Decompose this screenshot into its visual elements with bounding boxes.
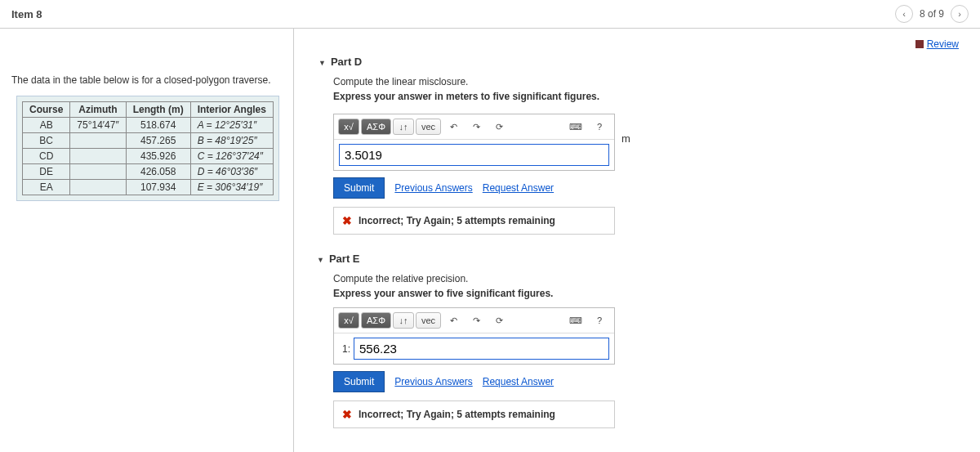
vec-button[interactable]: vec [416, 312, 441, 329]
topbar: Item 8 ‹ 8 of 9 › [0, 0, 980, 29]
problem-pane: The data in the table below is for a clo… [0, 29, 294, 452]
greek-button[interactable]: ΑΣΦ [361, 119, 391, 135]
cell-length: 457.265 [126, 133, 190, 149]
part-e-prompt1: Compute the relative precision. [333, 273, 967, 284]
answer-pane: Review Part D Compute the linear misclos… [294, 29, 980, 452]
x-icon: ✖ [342, 408, 352, 421]
undo-button[interactable]: ↶ [443, 313, 464, 329]
cell-length: 107.934 [126, 180, 190, 195]
cell-angle: C = 126°37′24″ [190, 149, 273, 164]
greek-button[interactable]: ΑΣΦ [361, 312, 391, 329]
part-d-prompt2: Express your answer in meters to five si… [333, 91, 967, 102]
cell-course: BC [23, 133, 70, 149]
table-row: DE426.058D = 46°03′36″ [23, 164, 274, 180]
sort-button[interactable]: ↓↑ [393, 312, 414, 329]
x-icon: ✖ [342, 214, 352, 227]
part-e-title: Part E [329, 253, 360, 265]
undo-button[interactable]: ↶ [443, 119, 464, 135]
caret-icon [317, 253, 324, 265]
part-d-prompt1: Compute the linear misclosure. [333, 76, 967, 87]
part-d-submit-button[interactable]: Submit [333, 177, 385, 199]
part-e-prompt2: Express your answer to five significant … [333, 288, 967, 299]
col-course: Course [23, 102, 70, 118]
part-e-feedback: ✖ Incorrect; Try Again; 5 attempts remai… [333, 401, 615, 428]
cell-course: EA [23, 180, 70, 195]
cell-length: 518.674 [126, 118, 190, 133]
keyboard-button[interactable]: ⌨ [564, 313, 587, 329]
part-d-feedback-text: Incorrect; Try Again; 5 attempts remaini… [359, 215, 555, 226]
item-label: Item 8 [11, 8, 42, 20]
part-d-prev-answers-link[interactable]: Previous Answers [394, 182, 472, 194]
part-e-tool-wrap: x√ ΑΣΦ ↓↑ vec ↶ ↷ ⟳ ⌨ ? 1: [333, 307, 615, 365]
col-angles: Interior Angles [190, 102, 273, 118]
part-d-header[interactable]: Part D [318, 56, 967, 68]
review-link[interactable]: Review [915, 38, 959, 50]
next-button[interactable]: › [951, 5, 969, 23]
review-label: Review [927, 38, 959, 50]
part-e-feedback-text: Incorrect; Try Again; 5 attempts remaini… [359, 409, 555, 420]
part-d-title: Part D [331, 56, 362, 68]
cell-course: DE [23, 164, 70, 180]
reset-button[interactable]: ⟳ [488, 313, 510, 329]
cell-azimuth [70, 133, 126, 149]
part-d-unit: m [621, 132, 630, 145]
template-button[interactable]: x√ [338, 119, 359, 135]
cell-angle: E = 306°34′19″ [190, 180, 273, 195]
col-length: Length (m) [126, 102, 190, 118]
table-row: AB75°14′47″518.674A = 12°25′31″ [23, 118, 274, 133]
cell-length: 426.058 [126, 164, 190, 180]
part-d-tool-wrap: x√ ΑΣΦ ↓↑ vec ↶ ↷ ⟳ ⌨ ? [333, 114, 615, 171]
part-e-content: Compute the relative precision. Express … [333, 273, 967, 428]
vec-button[interactable]: vec [416, 119, 441, 135]
cell-angle: D = 46°03′36″ [190, 164, 273, 180]
cell-azimuth: 75°14′47″ [70, 118, 126, 133]
cell-course: CD [23, 149, 70, 164]
page-indicator: 8 of 9 [920, 8, 944, 20]
part-e-prev-answers-link[interactable]: Previous Answers [394, 376, 472, 387]
caret-icon [318, 56, 326, 68]
template-button[interactable]: x√ [338, 312, 359, 329]
part-d-answer-input[interactable] [339, 144, 609, 166]
col-azimuth: Azimuth [70, 102, 126, 118]
problem-intro: The data in the table below is for a clo… [11, 74, 285, 86]
part-d-feedback: ✖ Incorrect; Try Again; 5 attempts remai… [333, 207, 615, 235]
cell-azimuth [70, 180, 126, 195]
redo-button[interactable]: ↷ [466, 119, 487, 135]
reset-button[interactable]: ⟳ [488, 119, 510, 135]
part-d-request-answer-link[interactable]: Request Answer [483, 182, 554, 194]
part-e-submit-button[interactable]: Submit [333, 371, 385, 392]
part-e-prefix: 1: [339, 343, 350, 355]
table-row: EA107.934E = 306°34′19″ [23, 180, 274, 195]
part-e-header[interactable]: Part E [317, 253, 967, 265]
table-row: CD435.926C = 126°37′24″ [23, 149, 274, 164]
cell-azimuth [70, 149, 126, 164]
redo-button[interactable]: ↷ [466, 313, 487, 329]
sort-button[interactable]: ↓↑ [393, 119, 414, 135]
flag-icon [915, 40, 924, 48]
toolbar: x√ ΑΣΦ ↓↑ vec ↶ ↷ ⟳ ⌨ ? [334, 308, 614, 333]
keyboard-button[interactable]: ⌨ [564, 119, 587, 135]
prev-button[interactable]: ‹ [895, 5, 913, 23]
cell-angle: B = 48°19′25″ [190, 133, 273, 149]
table-row: BC457.265B = 48°19′25″ [23, 133, 274, 149]
cell-length: 435.926 [126, 149, 190, 164]
cell-course: AB [23, 118, 70, 133]
data-table: Course Azimuth Length (m) Interior Angle… [22, 101, 274, 195]
part-e-request-answer-link[interactable]: Request Answer [483, 376, 554, 387]
help-button[interactable]: ? [589, 119, 610, 134]
part-d-content: Compute the linear misclosure. Express y… [333, 76, 967, 235]
part-e-answer-input[interactable] [354, 338, 609, 360]
toolbar: x√ ΑΣΦ ↓↑ vec ↶ ↷ ⟳ ⌨ ? [334, 114, 614, 140]
help-button[interactable]: ? [589, 313, 610, 328]
cell-azimuth [70, 164, 126, 180]
cell-angle: A = 12°25′31″ [190, 118, 273, 133]
data-table-box: Course Azimuth Length (m) Interior Angle… [16, 96, 279, 201]
